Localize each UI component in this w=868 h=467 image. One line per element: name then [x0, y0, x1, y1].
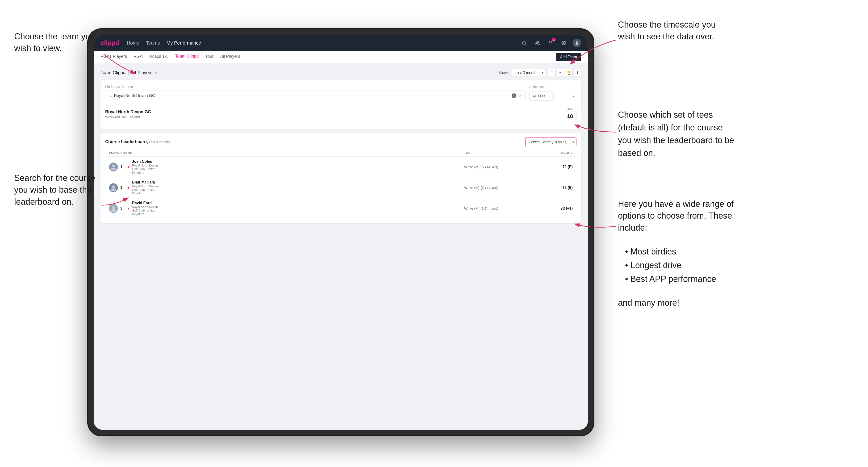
player-info-1: Josh Coles Royal North Devon Golf Club, … [132, 159, 161, 174]
score-2: 72 (E) [530, 186, 573, 190]
annotation-top-right: Choose the timescale you wish to see the… [618, 19, 722, 43]
leaderboard-table: PLAYER NAME TEE SCORE [105, 149, 577, 219]
score-3: 73 (+1) [530, 206, 573, 211]
show-timeframe-select[interactable]: Last month Last 3 months Last 6 months L… [512, 69, 545, 76]
player-club-1: Royal North Devon Golf Club, United King… [132, 164, 161, 174]
notification-icon-btn[interactable]: 1 [546, 39, 555, 47]
course-search-card: Find a Golf Course ✕ ☆ [100, 80, 581, 129]
select-tee-label: Select Tee [529, 85, 577, 89]
rank-3: 3 [120, 206, 125, 211]
annotation-bottom-right: Here you have a wide range of options to… [618, 198, 736, 309]
rank-1: 1 [120, 165, 125, 169]
table-row: 3 ♥ David Ford Royal North Devon Golf Cl… [105, 198, 577, 219]
subnav-tour[interactable]: Tour [205, 54, 214, 60]
rank-2: 1 [120, 186, 125, 190]
player-club-3: Royal North Devon Golf Club, United King… [132, 205, 161, 216]
search-icon-btn[interactable] [520, 39, 528, 47]
svg-point-3 [563, 42, 564, 44]
svg-line-1 [525, 44, 526, 45]
table-row: 1 ♥ Josh Coles Royal North Devon Golf Cl… [105, 156, 577, 177]
svg-point-4 [576, 41, 578, 43]
score-type-select[interactable]: Lowest Score (18 holes) Most Birdies Lon… [525, 137, 577, 146]
subnav-hcaps[interactable]: Hcaps 1-5 [149, 54, 168, 60]
leaderboard-card: Course Leaderboard, Last 3 months Lowest… [100, 133, 581, 223]
col-spacer [161, 151, 464, 154]
annotation-top-left: Choose the team you wish to view. [14, 31, 99, 55]
score-select-wrapper: Lowest Score (18 holes) Most Birdies Lon… [525, 137, 577, 146]
col-tee: TEE [464, 151, 530, 154]
people-icon-btn[interactable] [533, 39, 541, 47]
col-player: PLAYER NAME [109, 151, 161, 154]
favorite-btn[interactable]: ☆ [518, 93, 522, 99]
tee-3: White (M) (6,744 yds) [464, 206, 530, 210]
team-name: Team Clippd [100, 70, 125, 75]
heart-3: ♥ [127, 206, 130, 211]
download-btn[interactable]: ⬇ [574, 69, 581, 76]
team-controls: Show: Last month Last 3 months Last 6 mo… [498, 69, 581, 76]
player-info-3: David Ford Royal North Devon Golf Club, … [132, 201, 161, 216]
player-avatar-1 [109, 162, 118, 172]
svg-point-12 [112, 206, 115, 209]
svg-line-6 [111, 96, 112, 97]
subnav-all-players[interactable]: All Players [220, 54, 240, 60]
list-view-btn[interactable]: ≡ [557, 69, 564, 76]
table-header: PLAYER NAME TEE SCORE [105, 149, 577, 156]
annotation-bottom-left: Search for the course you wish to base t… [14, 172, 108, 208]
team-header: Team Clippd | 14 Players ✎ Show: Last mo… [100, 69, 581, 76]
player-count: 14 Players [131, 70, 153, 75]
subnav-team-clippd[interactable]: Team Clippd [175, 54, 198, 60]
score-1: 72 (E) [530, 165, 573, 169]
navbar: clippd Home Teams My Performance [94, 35, 588, 51]
subnav: PGAT Players PGA Hcaps 1-5 Team Clippd T… [94, 51, 588, 63]
tee-select[interactable]: All Tees White Yellow Red [529, 92, 554, 101]
holes-label: Holes [564, 107, 577, 111]
user-avatar-btn[interactable] [573, 39, 581, 47]
player-club-2: Royal North Devon Golf Club, United King… [132, 184, 161, 195]
player-name-1: Josh Coles [132, 159, 161, 164]
subnav-left: PGAT Players PGA Hcaps 1-5 Team Clippd T… [100, 54, 240, 60]
find-course-label: Find a Golf Course [105, 85, 526, 89]
subnav-pgat[interactable]: PGAT Players [100, 54, 127, 60]
trophy-view-btn[interactable]: 🏆 [565, 69, 573, 76]
course-info: Royal North Devon GC Westward Ho!, Engla… [105, 110, 151, 119]
view-icons: ⊞ ≡ 🏆 ⬇ [548, 69, 581, 76]
svg-point-8 [112, 165, 115, 167]
course-location: Westward Ho!, England [105, 115, 151, 119]
main-content: Team Clippd | 14 Players ✎ Show: Last mo… [94, 63, 588, 430]
nav-teams[interactable]: Teams [146, 40, 160, 46]
title-separator: | [128, 70, 129, 75]
annotation-middle-right: Choose which set of tees (default is all… [618, 108, 736, 159]
subnav-pga[interactable]: PGA [133, 54, 143, 60]
tablet-frame: clippd Home Teams My Performance [87, 28, 594, 436]
player-cell-2: 1 ♥ Blair McHarg Royal North Devon Golf … [109, 180, 161, 195]
nav-home[interactable]: Home [127, 40, 139, 46]
grid-view-btn[interactable]: ⊞ [548, 69, 556, 76]
navbar-links: Home Teams My Performance [127, 40, 201, 46]
player-cell-1: 1 ♥ Josh Coles Royal North Devon Golf Cl… [109, 159, 161, 174]
clear-search-btn[interactable]: ✕ [512, 93, 516, 98]
holes-number: 18 [564, 112, 577, 121]
heart-1: ♥ [127, 165, 130, 169]
app-logo: clippd [100, 39, 119, 47]
player-info-2: Blair McHarg Royal North Devon Golf Club… [132, 180, 161, 195]
tee-select-wrapper: All Tees White Yellow Red [529, 92, 577, 101]
col-score: SCORE [530, 151, 573, 154]
heart-2: ♥ [127, 186, 130, 190]
leaderboard-title: Course Leaderboard, [105, 139, 148, 144]
svg-point-10 [112, 185, 115, 188]
leaderboard-title-group: Course Leaderboard, Last 3 months [105, 139, 169, 144]
tee-2: White (M) (6,744 yds) [464, 186, 530, 190]
course-search-field[interactable] [114, 93, 512, 98]
course-search-icon [108, 93, 112, 98]
leaderboard-subtitle: Last 3 months [149, 140, 170, 144]
player-name-2: Blair McHarg [132, 180, 161, 184]
table-row: 1 ♥ Blair McHarg Royal North Devon Golf … [105, 177, 577, 198]
edit-team-icon[interactable]: ✎ [155, 70, 158, 75]
leaderboard-header: Course Leaderboard, Last 3 months Lowest… [105, 137, 577, 146]
nav-my-performance[interactable]: My Performance [166, 40, 201, 46]
settings-icon-btn[interactable] [559, 39, 568, 47]
holes-info: Holes 18 [564, 107, 577, 121]
add-team-button[interactable]: Add Team [556, 53, 581, 61]
svg-point-2 [536, 41, 537, 43]
course-search-input-wrapper: ✕ ☆ [105, 91, 526, 101]
